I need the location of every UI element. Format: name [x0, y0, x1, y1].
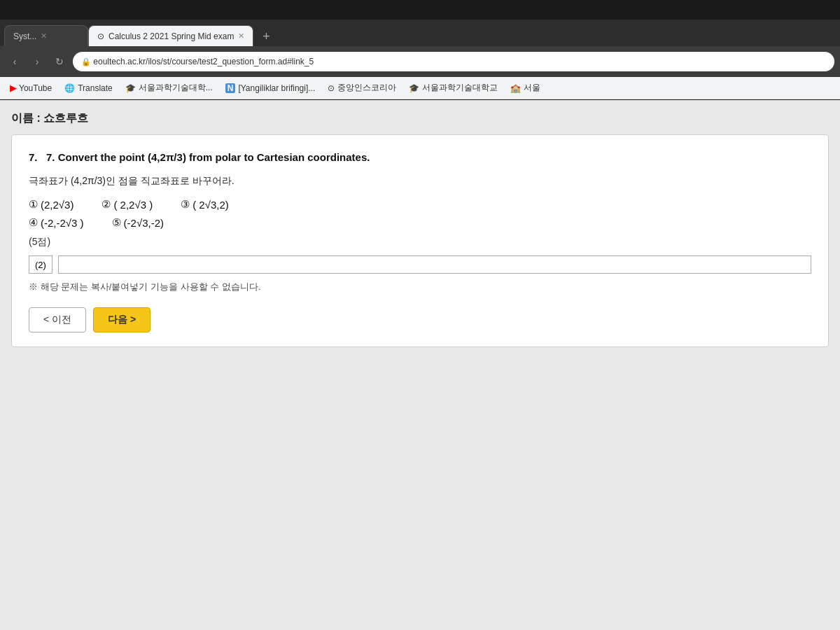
url-text: eoultech.ac.kr/ilos/st/course/test2_ques… [93, 57, 314, 66]
option-1-num: ① [29, 198, 38, 211]
bookmark-seoultech[interactable]: 🎓 서울과학기술대학... [121, 80, 217, 95]
browser-chrome: Syst... ✕ ⊙ Calculus 2 2021 Spring Mid e… [0, 20, 840, 100]
notice-text: ※ 해당 문제는 복사/붙여넣기 기능을 사용할 수 없습니다. [29, 281, 811, 293]
option-3-num: ③ [181, 198, 190, 211]
bookmark-translate[interactable]: 🌐 Translate [60, 82, 117, 94]
tab-calculus-close[interactable]: ✕ [238, 31, 244, 41]
options-row-2: ④ (-2,-2√3 ) ⑤ (-2√3,-2) [29, 216, 811, 229]
question-korean: 극좌표가 (4,2π/3)인 점을 직교좌표로 바꾸어라. [29, 173, 811, 188]
address-bar-row: ‹ › ↻ 🔒 eoultech.ac.kr/ilos/st/course/te… [0, 46, 840, 77]
bookmark-seoul-label: 서울 [524, 82, 540, 94]
bookmarks-bar: ▶ YouTube 🌐 Translate 🎓 서울과학기술대학... N [Y… [0, 77, 840, 99]
tab-syst[interactable]: Syst... ✕ [4, 25, 88, 46]
bookmark-seoultech-label: 서울과학기술대학... [139, 82, 213, 94]
tab-globe-icon: ⊙ [97, 31, 104, 41]
next-button[interactable]: 다음 > [93, 307, 150, 332]
bookmark-yangiliklar-label: [Yangiliklar brifingi]... [238, 83, 315, 93]
n-icon: N [225, 83, 236, 93]
option-1-value: (2,2√3) [41, 199, 74, 211]
os-bar [0, 0, 840, 20]
name-label: 이름 : 쇼흐루흐 [11, 111, 829, 126]
tab-syst-close[interactable]: ✕ [41, 31, 47, 41]
question-header: 7. 7. Convert the point (4,2π/3) from po… [29, 149, 811, 166]
option-3[interactable]: ③ ( 2√3,2) [181, 198, 229, 211]
new-tab-button[interactable]: + [256, 27, 276, 46]
bookmark-joongang[interactable]: ⊙ 중앙인스코리아 [323, 80, 400, 95]
option-2-num: ② [102, 198, 111, 211]
address-bar[interactable]: 🔒 eoultech.ac.kr/ilos/st/course/test2_qu… [73, 52, 834, 71]
question-card: 7. 7. Convert the point (4,2π/3) from po… [11, 134, 829, 347]
bookmark-joongang-label: 중앙인스코리아 [337, 82, 396, 94]
tab-calculus[interactable]: ⊙ Calculus 2 2021 Spring Mid exam ✕ [88, 25, 253, 46]
answer-input-wrapper: (2) [29, 255, 811, 274]
option-5-value: (-2√3,-2) [124, 217, 164, 229]
score-label: (5점) [29, 236, 811, 248]
button-row: < 이전 다음 > [29, 307, 811, 332]
youtube-icon: ▶ [10, 83, 16, 93]
tab-calculus-label: Calculus 2 2021 Spring Mid exam [108, 31, 234, 41]
tab-syst-label: Syst... [13, 31, 36, 41]
seoul-icon: 🏫 [510, 83, 521, 93]
prev-button[interactable]: < 이전 [29, 307, 86, 332]
bookmark-seoultech2[interactable]: 🎓 서울과학기술대학교 [405, 80, 502, 95]
translate-icon: 🌐 [64, 83, 75, 93]
bookmark-seoultech2-label: 서울과학기술대학교 [422, 82, 498, 94]
option-4-value: (-2,-2√3 ) [41, 217, 84, 229]
option-4[interactable]: ④ (-2,-2√3 ) [29, 216, 84, 229]
option-5-num: ⑤ [112, 216, 121, 229]
question-title: 7. Convert the point (4,2π/3) from polar… [46, 151, 370, 163]
bookmark-yangiliklar[interactable]: N [Yangiliklar brifingi]... [221, 82, 320, 94]
bookmark-youtube-label: YouTube [19, 83, 52, 93]
option-4-num: ④ [29, 216, 38, 229]
joongang-icon: ⊙ [328, 83, 335, 93]
forward-button[interactable]: › [28, 52, 46, 71]
seoultech-icon: 🎓 [125, 83, 136, 93]
bookmark-seoul[interactable]: 🏫 서울 [506, 80, 545, 95]
refresh-button[interactable]: ↻ [50, 52, 69, 71]
bookmark-youtube[interactable]: ▶ YouTube [6, 82, 56, 94]
option-2[interactable]: ② ( 2,2√3 ) [102, 198, 153, 211]
bookmark-translate-label: Translate [78, 83, 113, 93]
seoultech2-icon: 🎓 [409, 83, 419, 93]
back-button[interactable]: ‹ [6, 52, 24, 71]
option-2-value: ( 2,2√3 ) [113, 199, 153, 211]
answer-input[interactable] [58, 255, 811, 274]
secure-icon: 🔒 [81, 57, 91, 66]
answer-input-row: (2) [29, 255, 811, 274]
answer-label-box: (2) [29, 255, 52, 274]
page-content: 이름 : 쇼흐루흐 7. 7. Convert the point (4,2π/… [0, 100, 840, 630]
option-5[interactable]: ⑤ (-2√3,-2) [112, 216, 164, 229]
options-row-1: ① (2,2√3) ② ( 2,2√3 ) ③ ( 2√3,2) [29, 198, 811, 211]
question-number: 7. [29, 151, 38, 163]
option-1[interactable]: ① (2,2√3) [29, 198, 74, 211]
tab-bar: Syst... ✕ ⊙ Calculus 2 2021 Spring Mid e… [0, 20, 840, 46]
option-3-value: ( 2√3,2) [192, 199, 229, 211]
